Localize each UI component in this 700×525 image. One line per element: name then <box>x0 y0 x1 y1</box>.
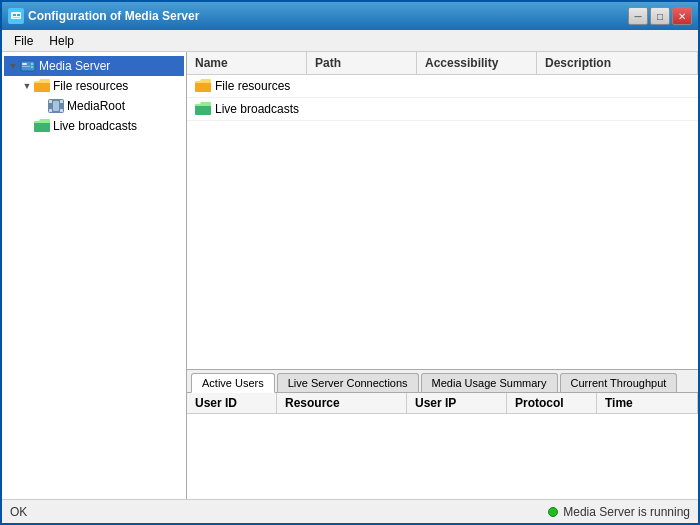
tab-live-server-connections[interactable]: Live Server Connections <box>277 373 419 392</box>
tabs-bar: Active Users Live Server Connections Med… <box>187 370 698 393</box>
bottom-table: User ID Resource User IP Protocol Time <box>187 393 698 499</box>
broadcast-icon <box>34 118 50 134</box>
svg-rect-5 <box>22 63 27 65</box>
maximize-button[interactable]: □ <box>650 7 670 25</box>
svg-rect-8 <box>22 66 30 67</box>
title-bar: Configuration of Media Server ─ □ ✕ <box>2 2 698 30</box>
main-window: Configuration of Media Server ─ □ ✕ File… <box>0 0 700 525</box>
row-name: Live broadcasts <box>191 100 311 118</box>
tab-active-users[interactable]: Active Users <box>191 373 275 393</box>
row-desc <box>541 107 694 111</box>
main-table-content: File resources Live broadcasts <box>187 75 698 369</box>
tab-media-usage-summary[interactable]: Media Usage Summary <box>421 373 558 392</box>
row-access <box>421 84 541 88</box>
row-path <box>311 107 421 111</box>
tree-label-mediaroot: MediaRoot <box>67 99 125 113</box>
col-header-name: Name <box>187 52 307 74</box>
tree-toggle-fileresources[interactable]: ▼ <box>20 79 34 93</box>
minimize-button[interactable]: ─ <box>628 7 648 25</box>
status-ok-label: OK <box>10 505 27 519</box>
bth-protocol: Protocol <box>507 393 597 413</box>
menu-help[interactable]: Help <box>41 32 82 50</box>
tree-item-mediaserver[interactable]: ▼ Media Server <box>4 56 184 76</box>
col-header-description: Description <box>537 52 698 74</box>
svg-rect-12 <box>49 109 52 112</box>
tree-panel: ▼ Media Server ▼ <box>2 52 187 499</box>
bth-userip: User IP <box>407 393 507 413</box>
svg-point-6 <box>31 63 33 65</box>
window-title: Configuration of Media Server <box>28 9 624 23</box>
svg-rect-10 <box>49 100 52 103</box>
tree-label-livebroadcasts: Live broadcasts <box>53 119 137 133</box>
menu-file[interactable]: File <box>6 32 41 50</box>
main-content: ▼ Media Server ▼ <box>2 52 698 499</box>
row-desc <box>541 84 694 88</box>
bth-time: Time <box>597 393 698 413</box>
col-header-path: Path <box>307 52 417 74</box>
svg-rect-14 <box>53 101 59 111</box>
tree-label-mediaserver: Media Server <box>39 59 110 73</box>
tree-label-fileresources: File resources <box>53 79 128 93</box>
window-controls: ─ □ ✕ <box>628 7 692 25</box>
status-bar: OK Media Server is running <box>2 499 698 523</box>
table-row[interactable]: File resources <box>187 75 698 98</box>
main-table-header: Name Path Accessibility Description <box>187 52 698 75</box>
close-button[interactable]: ✕ <box>672 7 692 25</box>
folder-icon <box>34 78 50 94</box>
row-path <box>311 84 421 88</box>
svg-rect-2 <box>17 14 20 16</box>
bottom-table-header: User ID Resource User IP Protocol Time <box>187 393 698 414</box>
tree-toggle-mediaserver[interactable]: ▼ <box>6 59 20 73</box>
bth-resource: Resource <box>277 393 407 413</box>
right-panel: Name Path Accessibility Description File… <box>187 52 698 499</box>
row-name: File resources <box>191 77 311 95</box>
window-icon <box>8 8 24 24</box>
server-icon <box>20 58 36 74</box>
status-running-text: Media Server is running <box>563 505 690 519</box>
tree-item-fileresources[interactable]: ▼ File resources <box>4 76 184 96</box>
bottom-section: Active Users Live Server Connections Med… <box>187 369 698 499</box>
svg-rect-11 <box>60 100 63 103</box>
tree-item-mediaroot[interactable]: MediaRoot <box>4 96 184 116</box>
row-access <box>421 107 541 111</box>
svg-rect-3 <box>13 17 20 18</box>
menu-bar: File Help <box>2 30 698 52</box>
svg-point-7 <box>31 66 33 68</box>
table-row[interactable]: Live broadcasts <box>187 98 698 121</box>
col-header-accessibility: Accessibility <box>417 52 537 74</box>
status-indicator-dot <box>548 507 558 517</box>
svg-rect-1 <box>13 14 16 16</box>
bth-userid: User ID <box>187 393 277 413</box>
tab-current-throughput[interactable]: Current Throughput <box>560 373 678 392</box>
film-icon <box>48 98 64 114</box>
tree-item-livebroadcasts[interactable]: Live broadcasts <box>4 116 184 136</box>
svg-rect-13 <box>60 109 63 112</box>
status-right: Media Server is running <box>548 505 690 519</box>
